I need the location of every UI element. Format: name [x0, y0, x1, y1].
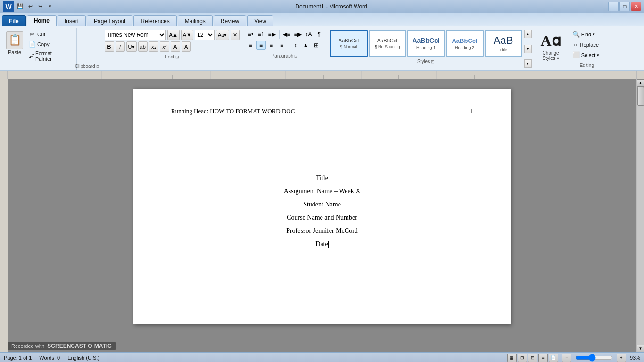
- tab-references[interactable]: References: [133, 15, 176, 26]
- clipboard-bottom: [56, 30, 74, 68]
- tab-file[interactable]: File: [2, 15, 26, 26]
- font-group-label: Font ⊡: [105, 54, 240, 59]
- style-heading1[interactable]: AaBbCcI Heading 1: [407, 30, 445, 57]
- styles-scroll-down[interactable]: ▼: [524, 45, 532, 53]
- text-highlight-button[interactable]: A: [171, 41, 180, 52]
- italic-button[interactable]: I: [116, 41, 125, 52]
- format-painter-button[interactable]: 🖌 Format Painter: [26, 49, 56, 63]
- scroll-up-button[interactable]: ▲: [637, 79, 644, 87]
- font-size-select[interactable]: 12: [195, 30, 215, 40]
- document-body[interactable]: Title Assignment Name – Week X Student N…: [171, 172, 473, 251]
- paragraph-label-text: Paragraph: [272, 53, 294, 58]
- ruler-v-svg: [0, 79, 8, 352]
- underline-button[interactable]: U▾: [126, 41, 137, 52]
- superscript-button[interactable]: x²: [160, 41, 169, 52]
- ruler-corner: [0, 71, 8, 79]
- cut-button[interactable]: ✂ Cut: [26, 30, 56, 39]
- undo-button[interactable]: ↩: [26, 2, 34, 11]
- bold-button[interactable]: B: [105, 41, 114, 52]
- styles-scroll-more[interactable]: ▾: [524, 59, 532, 68]
- style-nospacing-label: ¶ No Spacing: [375, 44, 400, 49]
- style-title[interactable]: AaB Title: [485, 30, 522, 57]
- tab-mailings[interactable]: Mailings: [178, 15, 213, 26]
- bullets-button[interactable]: ≡•: [246, 30, 256, 39]
- multilevel-button[interactable]: ≡▶: [267, 30, 277, 39]
- align-left-button[interactable]: ≡: [246, 41, 256, 50]
- show-marks-button[interactable]: ¶: [314, 30, 324, 39]
- tab-view[interactable]: View: [247, 15, 273, 26]
- change-styles-button[interactable]: Aɑ ChangeStyles ▾: [537, 30, 565, 63]
- tab-pagelayout[interactable]: Page Layout: [87, 15, 132, 26]
- numbering-button[interactable]: ≡1: [256, 30, 266, 39]
- subscript-button[interactable]: x₂: [149, 41, 158, 52]
- ribbon-content: 📋 Paste ✂ Cut 📄 Copy 🖌 Format Painter: [0, 26, 644, 70]
- line-spacing-button[interactable]: ↕: [291, 41, 300, 50]
- sort-button[interactable]: ↕A: [304, 30, 314, 39]
- para-row1: ≡• ≡1 ≡▶ ◀≡ ≡▶ ↕A ¶: [246, 30, 324, 39]
- scroll-down-button[interactable]: ▼: [637, 345, 644, 352]
- shading-button[interactable]: ▲: [301, 41, 311, 50]
- find-dropdown-icon: ▾: [593, 32, 595, 37]
- zoom-slider[interactable]: [575, 355, 613, 361]
- scroll-track[interactable]: [637, 87, 644, 345]
- decrease-indent-button[interactable]: ◀≡: [281, 30, 292, 39]
- scroll-thumb[interactable]: [637, 87, 644, 106]
- select-button[interactable]: ⬜ Select ▾: [570, 50, 604, 59]
- tab-review[interactable]: Review: [214, 15, 246, 26]
- font-family-select[interactable]: Times New Rom: [105, 30, 166, 40]
- replace-button[interactable]: ↔ Replace: [570, 40, 604, 49]
- print-layout-button[interactable]: ▦: [507, 354, 517, 362]
- clipboard-expander[interactable]: ⊡: [96, 64, 100, 69]
- redo-button[interactable]: ↪: [36, 2, 44, 11]
- ruler-horizontal: [0, 71, 644, 79]
- styles-expander[interactable]: ⊡: [431, 59, 435, 64]
- paragraph-expander[interactable]: ⊡: [294, 54, 298, 58]
- change-case-button[interactable]: Aa▾: [216, 30, 229, 40]
- minimize-button[interactable]: ─: [608, 2, 619, 11]
- increase-indent-button[interactable]: ≡▶: [293, 30, 303, 39]
- find-button[interactable]: 🔍 Find ▾: [570, 30, 604, 39]
- cut-icon: ✂: [28, 31, 36, 38]
- style-heading2[interactable]: AaBbCcI Heading 2: [446, 30, 484, 57]
- styles-scroll-up[interactable]: ▲: [524, 30, 532, 38]
- zoom-in-button[interactable]: +: [617, 354, 626, 362]
- document-scroll[interactable]: Running Head: HOW TO FORMAT WORD DOC 1 T…: [8, 79, 636, 352]
- clear-format-button[interactable]: ✕: [231, 30, 240, 40]
- customize-quick-access-button[interactable]: ▾: [46, 2, 54, 11]
- outline-button[interactable]: ≡: [538, 354, 548, 362]
- tab-home[interactable]: Home: [27, 15, 57, 26]
- doc-title-line: Title: [171, 172, 473, 185]
- full-screen-button[interactable]: ⊡: [518, 354, 527, 362]
- close-button[interactable]: ✕: [631, 2, 641, 11]
- font-grow-button[interactable]: A▲: [167, 30, 180, 40]
- font-expander[interactable]: ⊡: [175, 55, 179, 59]
- copy-icon: 📄: [28, 41, 36, 48]
- paste-button[interactable]: 📋 Paste: [5, 30, 25, 57]
- align-right-button[interactable]: ≡: [267, 41, 276, 50]
- find-label: Find: [581, 32, 591, 37]
- style-nospacing[interactable]: AaBbCcI ¶ No Spacing: [369, 30, 406, 57]
- copy-label: Copy: [37, 41, 50, 47]
- borders-button[interactable]: ⊞: [312, 41, 321, 50]
- doc-student-line: Student Name: [171, 198, 473, 211]
- paste-label: Paste: [8, 49, 21, 55]
- web-layout-button[interactable]: ⊟: [528, 354, 537, 362]
- clipboard-label-text: Clipboard: [75, 64, 95, 69]
- scrollbar-vertical[interactable]: ▲ ▼: [636, 79, 644, 352]
- font-shrink-button[interactable]: A▼: [181, 30, 193, 40]
- save-button[interactable]: 💾: [16, 2, 25, 11]
- ruler-vertical: [0, 79, 8, 352]
- justify-button[interactable]: ≡: [277, 41, 287, 50]
- draft-button[interactable]: 📄: [549, 354, 558, 362]
- font-color-button[interactable]: A: [182, 41, 191, 52]
- align-center-button[interactable]: ≡: [256, 41, 266, 50]
- style-heading2-preview: AaBbCcI: [452, 37, 477, 44]
- paragraph-group: ≡• ≡1 ≡▶ ◀≡ ≡▶ ↕A ¶ ≡ ≡ ≡ ≡ ↕ ▲ ⊞ Paragr…: [243, 28, 327, 70]
- strikethrough-button[interactable]: ab: [138, 41, 148, 52]
- style-normal[interactable]: AaBbCcI ¶ Normal: [330, 30, 368, 57]
- copy-button[interactable]: 📄 Copy: [26, 40, 56, 49]
- status-left: Page: 1 of 1 Words: 0 English (U.S.): [4, 355, 99, 361]
- tab-insert[interactable]: Insert: [58, 15, 86, 26]
- zoom-out-button[interactable]: −: [562, 354, 571, 362]
- maximize-button[interactable]: □: [619, 2, 630, 11]
